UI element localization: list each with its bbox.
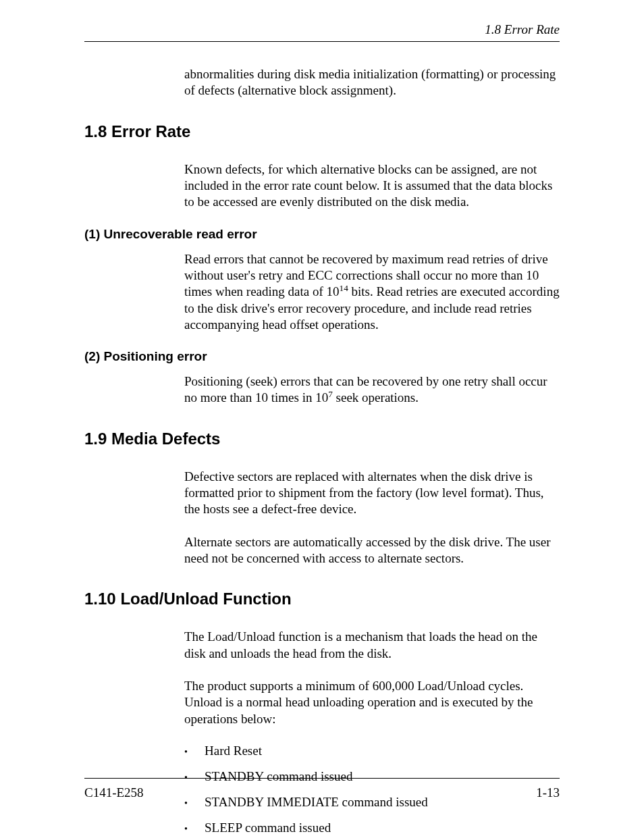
footer-left: C141-E258 xyxy=(84,785,144,800)
intro-paragraph: abnormalities during disk media initiali… xyxy=(184,66,560,99)
exponent: 7 xyxy=(328,389,333,399)
section-1-8-sub2-text: Positioning (seek) errors that can be re… xyxy=(184,373,560,407)
section-heading-1-9: 1.9 Media Defects xyxy=(84,429,560,448)
section-heading-1-10: 1.10 Load/Unload Function xyxy=(84,590,560,608)
section-1-8-sub1-text: Read errors that cannot be recovered by … xyxy=(184,251,560,334)
bullet-text: SLEEP command issued xyxy=(205,820,331,834)
list-item: • SLEEP command issued xyxy=(184,820,560,834)
bullet-icon: • xyxy=(184,745,205,757)
section-1-9-para1: Defective sectors are replaced with alte… xyxy=(184,469,560,518)
section-heading-1-8: 1.8 Error Rate xyxy=(84,122,560,141)
section-1-9-para2: Alternate sectors are automatically acce… xyxy=(184,534,560,567)
running-title: 1.8 Error Rate xyxy=(485,22,560,36)
running-header: 1.8 Error Rate xyxy=(84,22,560,42)
page-content: 1.8 Error Rate abnormalities during disk… xyxy=(0,0,644,834)
sub-heading-1-8-2: (2) Positioning error xyxy=(84,349,560,364)
section-1-8-intro: Known defects, for which alternative blo… xyxy=(184,161,560,211)
page-footer: C141-E258 1-13 xyxy=(84,778,560,800)
text-post: seek operations. xyxy=(333,390,419,405)
bullet-icon: • xyxy=(184,822,205,834)
bullet-text: Hard Reset xyxy=(205,744,262,758)
section-1-10-para1: The Load/Unload function is a mechanism … xyxy=(184,629,560,662)
footer-right: 1-13 xyxy=(536,785,560,800)
para2b: Unload is a normal head unloading operat… xyxy=(184,695,533,725)
list-item: • Hard Reset xyxy=(184,744,560,758)
exponent: 14 xyxy=(340,283,348,293)
section-1-10-para2: The product supports a minimum of 600,00… xyxy=(184,678,560,727)
para2a: The product supports a minimum of 600,00… xyxy=(184,679,523,693)
sub-heading-1-8-1: (1) Unrecoverable read error xyxy=(84,227,560,242)
